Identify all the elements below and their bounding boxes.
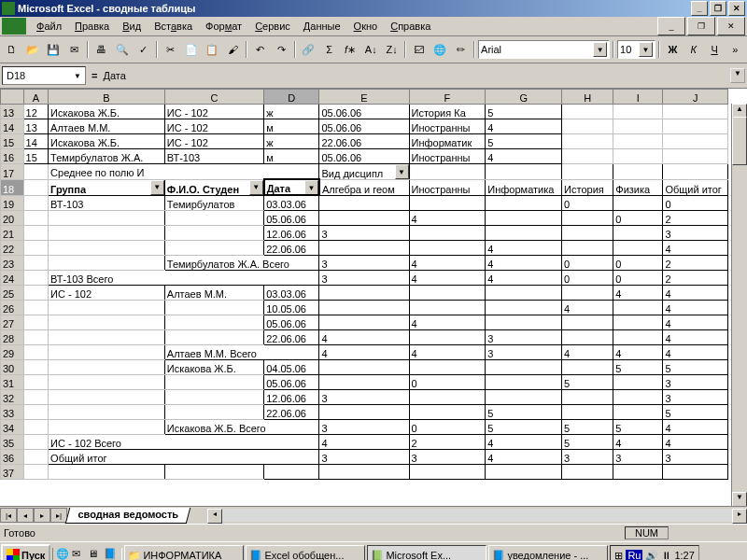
col-G[interactable]: G	[486, 90, 562, 105]
cell[interactable]: 3	[319, 450, 409, 465]
cell[interactable]	[23, 301, 49, 315]
cell[interactable]: 0	[663, 195, 728, 211]
cell[interactable]	[486, 315, 562, 330]
cell[interactable]	[23, 390, 49, 405]
cell[interactable]: 5	[663, 405, 728, 420]
cell[interactable]: 5	[562, 420, 613, 435]
format-painter-button[interactable]: 🖌	[223, 39, 243, 60]
cell[interactable]: 5	[663, 360, 728, 375]
cell[interactable]: Среднее по полю И	[49, 164, 319, 180]
ql-outlook-icon[interactable]: ✉	[72, 548, 87, 560]
cell[interactable]	[49, 315, 165, 330]
cell[interactable]: 05.06.06	[264, 375, 319, 390]
cell[interactable]: 4	[319, 435, 409, 450]
cell[interactable]	[409, 195, 486, 211]
cell[interactable]: 4	[663, 345, 728, 360]
mdi-close-button[interactable]: ✕	[717, 17, 745, 35]
row-header[interactable]: 17	[1, 164, 24, 180]
ql-ie-icon[interactable]: 🌐	[56, 548, 71, 560]
row-header[interactable]: 24	[1, 271, 24, 286]
cell[interactable]	[486, 164, 562, 180]
row-header[interactable]: 27	[1, 315, 24, 330]
row-header[interactable]: 31	[1, 375, 24, 390]
cell[interactable]	[319, 360, 409, 375]
cell[interactable]	[486, 375, 562, 390]
scroll-left-button[interactable]: ◂	[207, 509, 222, 524]
tray-icon-3[interactable]: ⏸	[661, 550, 671, 560]
open-button[interactable]: 📂	[22, 39, 42, 60]
cell[interactable]	[23, 450, 49, 465]
worksheet[interactable]: ABCDEFGHIJ 1312Искакова Ж.Б.ИС - 102ж05.…	[0, 89, 747, 524]
select-all[interactable]	[1, 90, 24, 105]
cell[interactable]	[663, 134, 728, 149]
row-header[interactable]: 32	[1, 390, 24, 405]
cell[interactable]	[264, 465, 319, 480]
cell[interactable]	[23, 360, 49, 375]
menu-file[interactable]: Файл	[31, 19, 67, 34]
preview-button[interactable]: 🔍	[112, 39, 132, 60]
cell[interactable]	[409, 301, 486, 315]
cell[interactable]	[562, 164, 613, 180]
cell[interactable]: 12.06.06	[264, 390, 319, 405]
ql-icon-4[interactable]: 📘	[104, 548, 119, 560]
cell[interactable]: 04.05.06	[264, 360, 319, 375]
tab-prev-button[interactable]: ◂	[17, 508, 34, 523]
map-button[interactable]: 🌐	[430, 39, 449, 60]
cell[interactable]	[23, 405, 49, 420]
cell[interactable]	[49, 226, 165, 241]
cell[interactable]	[613, 226, 663, 241]
cell[interactable]	[23, 330, 49, 345]
cell[interactable]	[23, 465, 49, 480]
cell[interactable]	[164, 226, 263, 241]
cell[interactable]: 4	[409, 256, 486, 271]
row-header[interactable]: 13	[1, 105, 24, 119]
cell[interactable]: 0	[409, 375, 486, 390]
dropdown-button[interactable]: ▼	[304, 180, 318, 195]
cell[interactable]: Физика	[613, 179, 663, 195]
cell[interactable]	[613, 134, 663, 149]
cell[interactable]	[663, 465, 728, 480]
cell[interactable]	[613, 164, 663, 180]
italic-button[interactable]: К	[684, 39, 703, 60]
col-H[interactable]: H	[562, 90, 613, 105]
cell[interactable]	[409, 405, 486, 420]
cell[interactable]: 4	[613, 345, 663, 360]
cell[interactable]: 3	[319, 256, 409, 271]
cell[interactable]	[613, 315, 663, 330]
cell[interactable]	[409, 241, 486, 256]
cell[interactable]	[23, 256, 49, 271]
cell[interactable]	[164, 330, 263, 345]
cell[interactable]: 2	[663, 271, 728, 286]
cell[interactable]: 5	[486, 420, 562, 435]
cell[interactable]: 3	[663, 375, 728, 390]
col-I[interactable]: I	[613, 90, 663, 105]
cell[interactable]	[319, 211, 409, 226]
cell[interactable]	[23, 241, 49, 256]
cell[interactable]: 05.06.06	[264, 315, 319, 330]
autosum-button[interactable]: Σ	[319, 39, 339, 60]
cell[interactable]	[663, 105, 728, 119]
cell[interactable]	[49, 330, 165, 345]
cell[interactable]	[319, 465, 409, 480]
cell[interactable]: Вид дисципл▼	[319, 164, 409, 180]
cell[interactable]: 0	[562, 256, 613, 271]
cell[interactable]: 3	[319, 390, 409, 405]
cell[interactable]: 2	[663, 256, 728, 271]
cell[interactable]	[23, 420, 49, 435]
cell[interactable]: 4	[663, 286, 728, 301]
cell[interactable]: 4	[562, 345, 613, 360]
cell[interactable]	[319, 301, 409, 315]
menu-view[interactable]: Вид	[117, 19, 147, 34]
cell[interactable]: 4	[663, 420, 728, 435]
print-button[interactable]: 🖶	[92, 39, 111, 60]
horizontal-scrollbar[interactable]: ◂ ▸	[207, 509, 747, 522]
cell[interactable]	[164, 390, 263, 405]
minimize-button[interactable]: _	[691, 1, 708, 16]
row-header[interactable]: 25	[1, 286, 24, 301]
cell[interactable]: 4	[486, 450, 562, 465]
cell[interactable]	[164, 211, 263, 226]
cell[interactable]: 4	[409, 345, 486, 360]
cell[interactable]	[486, 301, 562, 315]
save-button[interactable]: 💾	[44, 39, 63, 60]
cell[interactable]	[613, 405, 663, 420]
